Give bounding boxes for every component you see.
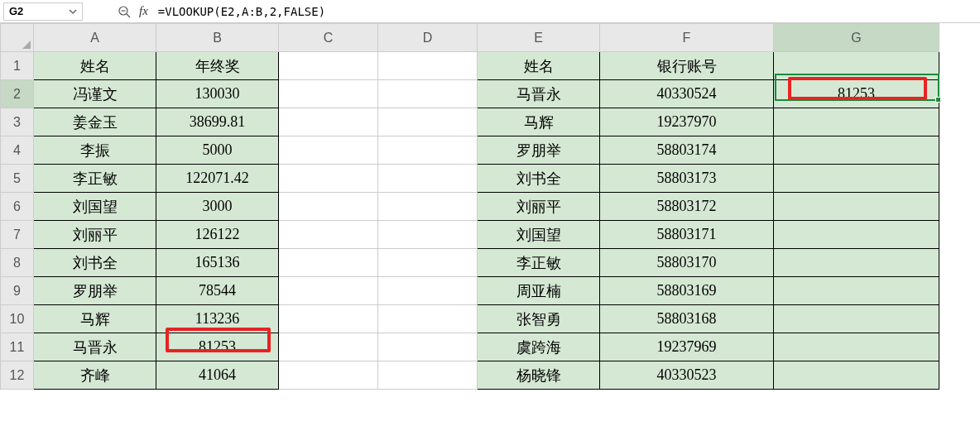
cell-a1[interactable]: 姓名 xyxy=(34,52,156,80)
cell-e1[interactable]: 姓名 xyxy=(478,52,600,80)
cell-f7[interactable]: 58803171 xyxy=(600,221,774,249)
cell-a4[interactable]: 李振 xyxy=(34,136,156,165)
cell-c3[interactable] xyxy=(279,108,378,136)
cell-b8[interactable]: 165136 xyxy=(156,249,279,277)
row-header-3[interactable]: 3 xyxy=(1,108,34,136)
cell-b2[interactable]: 130030 xyxy=(156,80,279,108)
formula-input[interactable] xyxy=(158,5,977,18)
cell-d7[interactable] xyxy=(378,221,478,249)
cell-c12[interactable] xyxy=(279,361,378,390)
cell-e9[interactable]: 周亚楠 xyxy=(478,277,600,305)
row-header-11[interactable]: 11 xyxy=(1,333,34,361)
cell-e5[interactable]: 刘书全 xyxy=(478,165,600,193)
cell-g9[interactable] xyxy=(774,277,939,305)
cell-a6[interactable]: 刘国望 xyxy=(34,193,156,221)
cell-f2[interactable]: 40330524 xyxy=(600,80,774,108)
row-header-10[interactable]: 10 xyxy=(1,305,34,333)
col-header-d[interactable]: D xyxy=(378,24,478,52)
cell-f10[interactable]: 58803168 xyxy=(600,305,774,333)
cell-c4[interactable] xyxy=(279,136,378,165)
col-header-c[interactable]: C xyxy=(279,24,378,52)
cell-f8[interactable]: 58803170 xyxy=(600,249,774,277)
row-header-6[interactable]: 6 xyxy=(1,193,34,221)
cell-b1[interactable]: 年终奖 xyxy=(156,52,279,80)
cell-e2[interactable]: 马晋永 xyxy=(478,80,600,108)
row-header-9[interactable]: 9 xyxy=(1,277,34,305)
cell-d8[interactable] xyxy=(378,249,478,277)
cell-e11[interactable]: 虞跨海 xyxy=(478,333,600,361)
sheet-area[interactable]: ABCDEFG1姓名年终奖姓名银行账号2冯谨文130030马晋永40330524… xyxy=(0,23,980,390)
cell-c6[interactable] xyxy=(279,193,378,221)
cell-b7[interactable]: 126122 xyxy=(156,221,279,249)
cell-a10[interactable]: 马辉 xyxy=(34,305,156,333)
col-header-e[interactable]: E xyxy=(478,24,600,52)
name-box[interactable]: G2 xyxy=(3,2,83,21)
cell-d2[interactable] xyxy=(378,80,478,108)
cell-c8[interactable] xyxy=(279,249,378,277)
cell-f5[interactable]: 58803173 xyxy=(600,165,774,193)
row-header-1[interactable]: 1 xyxy=(1,52,34,80)
row-header-8[interactable]: 8 xyxy=(1,249,34,277)
cell-a3[interactable]: 姜金玉 xyxy=(34,108,156,136)
select-all-corner[interactable] xyxy=(1,24,34,52)
cell-d3[interactable] xyxy=(378,108,478,136)
cell-a7[interactable]: 刘丽平 xyxy=(34,221,156,249)
cell-g2[interactable]: 81253 xyxy=(774,80,939,108)
cell-g6[interactable] xyxy=(774,193,939,221)
cell-b6[interactable]: 3000 xyxy=(156,193,279,221)
cell-e12[interactable]: 杨晓锋 xyxy=(478,361,600,390)
cell-b3[interactable]: 38699.81 xyxy=(156,108,279,136)
row-header-7[interactable]: 7 xyxy=(1,221,34,249)
cell-f12[interactable]: 40330523 xyxy=(600,361,774,390)
cell-b10[interactable]: 113236 xyxy=(156,305,279,333)
zoom-out-icon[interactable] xyxy=(116,3,132,20)
cell-a9[interactable]: 罗朋举 xyxy=(34,277,156,305)
cell-f3[interactable]: 19237970 xyxy=(600,108,774,136)
cell-d6[interactable] xyxy=(378,193,478,221)
cell-b11[interactable]: 81253 xyxy=(156,333,279,361)
cell-a5[interactable]: 李正敏 xyxy=(34,165,156,193)
cell-b5[interactable]: 122071.42 xyxy=(156,165,279,193)
cell-c1[interactable] xyxy=(279,52,378,80)
cell-b12[interactable]: 41064 xyxy=(156,361,279,390)
cell-a8[interactable]: 刘书全 xyxy=(34,249,156,277)
cell-e8[interactable]: 李正敏 xyxy=(478,249,600,277)
cell-g11[interactable] xyxy=(774,333,939,361)
cell-g1[interactable] xyxy=(774,52,939,80)
cell-e4[interactable]: 罗朋举 xyxy=(478,136,600,165)
cell-d1[interactable] xyxy=(378,52,478,80)
col-header-g[interactable]: G xyxy=(774,24,939,52)
cell-g7[interactable] xyxy=(774,221,939,249)
cell-c9[interactable] xyxy=(279,277,378,305)
cell-g5[interactable] xyxy=(774,165,939,193)
col-header-a[interactable]: A xyxy=(34,24,156,52)
cell-f4[interactable]: 58803174 xyxy=(600,136,774,165)
row-header-12[interactable]: 12 xyxy=(1,361,34,390)
cell-d5[interactable] xyxy=(378,165,478,193)
cell-c2[interactable] xyxy=(279,80,378,108)
cell-f11[interactable]: 19237969 xyxy=(600,333,774,361)
cell-c7[interactable] xyxy=(279,221,378,249)
cell-f1[interactable]: 银行账号 xyxy=(600,52,774,80)
row-header-2[interactable]: 2 xyxy=(1,80,34,108)
cell-a2[interactable]: 冯谨文 xyxy=(34,80,156,108)
cell-d12[interactable] xyxy=(378,361,478,390)
cell-c10[interactable] xyxy=(279,305,378,333)
cell-e6[interactable]: 刘丽平 xyxy=(478,193,600,221)
col-header-f[interactable]: F xyxy=(600,24,774,52)
cell-c11[interactable] xyxy=(279,333,378,361)
cell-b9[interactable]: 78544 xyxy=(156,277,279,305)
cell-d9[interactable] xyxy=(378,277,478,305)
cell-c5[interactable] xyxy=(279,165,378,193)
cell-b4[interactable]: 5000 xyxy=(156,136,279,165)
col-header-b[interactable]: B xyxy=(156,24,279,52)
cell-d10[interactable] xyxy=(378,305,478,333)
cell-g8[interactable] xyxy=(774,249,939,277)
cell-e7[interactable]: 刘国望 xyxy=(478,221,600,249)
cell-g3[interactable] xyxy=(774,108,939,136)
cell-g10[interactable] xyxy=(774,305,939,333)
row-header-5[interactable]: 5 xyxy=(1,165,34,193)
cell-a12[interactable]: 齐峰 xyxy=(34,361,156,390)
cell-e3[interactable]: 马辉 xyxy=(478,108,600,136)
cell-f6[interactable]: 58803172 xyxy=(600,193,774,221)
